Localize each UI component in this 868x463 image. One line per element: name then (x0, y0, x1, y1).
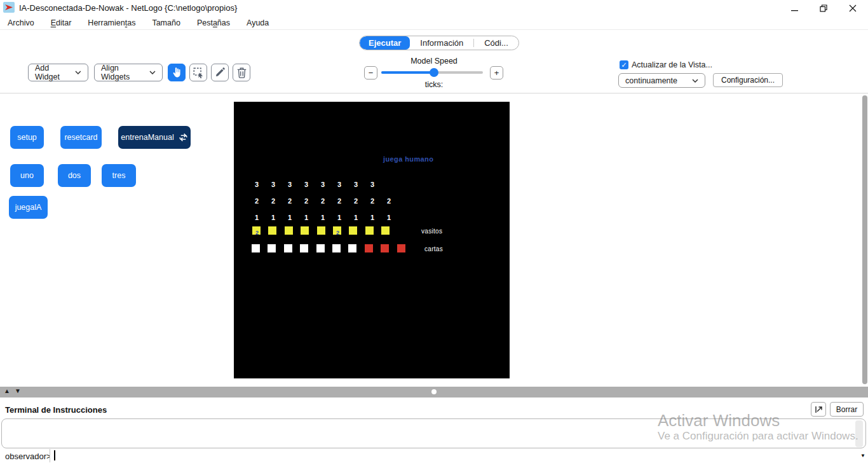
activation-watermark-subtitle: Ve a Configuración para activar Windows. (658, 430, 858, 443)
export-icon (814, 405, 823, 414)
cartas-square (381, 244, 389, 252)
add-widget-dropdown[interactable]: Add Widget (28, 64, 88, 81)
button-resetcard[interactable]: resetcard (60, 126, 102, 149)
square-mark: 2 (252, 230, 262, 236)
vertical-scrollbar-thumb[interactable] (862, 95, 867, 384)
speed-increase-button[interactable]: + (490, 66, 503, 79)
edit-button[interactable] (211, 64, 229, 81)
chevron-down-icon (75, 71, 81, 74)
tab-codi[interactable]: Códi... (474, 36, 519, 50)
cartas-square (397, 244, 405, 252)
slider-fill (381, 71, 434, 74)
check-icon: ✓ (621, 61, 627, 69)
trash-icon (236, 67, 247, 78)
square-mark: 2 (333, 230, 342, 236)
model-speed-slider[interactable] (381, 71, 483, 74)
menu-divider (0, 29, 868, 30)
button-label: setup (17, 133, 37, 142)
vasitos-label: vasitos (421, 228, 442, 235)
cartas-square (284, 244, 292, 252)
collapse-down-icon[interactable]: ▼ (15, 387, 21, 394)
button-entrenamanual[interactable]: entrenaManual (118, 126, 191, 149)
view-number: 1 (302, 214, 311, 221)
netlogo-window: IA-Desconectada-De-Nowak - NetLogo {C:\n… (0, 0, 868, 463)
model-speed-label: Model Speed (383, 57, 485, 66)
button-dos[interactable]: dos (58, 164, 91, 187)
menu-item-archivo[interactable]: Archivo (8, 18, 34, 27)
view-number: 2 (368, 197, 377, 205)
view-updates-checkbox[interactable]: ✓ (620, 60, 628, 69)
view-number: 2 (285, 197, 294, 205)
menu-bar: ArchivoEditarHerramientasTamañoPestañasA… (8, 17, 269, 29)
restore-icon (820, 4, 827, 12)
update-mode-select[interactable]: continuamente (618, 73, 705, 88)
view-number: 2 (252, 197, 261, 205)
button-setup[interactable]: setup (10, 126, 44, 149)
menu-item-ayuda[interactable]: Ayuda (247, 18, 269, 27)
vasitos-square (381, 226, 390, 235)
button-tres[interactable]: tres (102, 164, 136, 187)
view-number: 3 (302, 181, 311, 188)
history-dropdown-button[interactable]: ▼ (858, 449, 868, 462)
delete-button[interactable] (233, 64, 250, 81)
marquee-select-button[interactable] (189, 64, 207, 81)
terminal-title: Terminal de Instrucciones (5, 405, 107, 415)
view-number: 1 (318, 214, 327, 221)
vasitos-square (349, 226, 357, 235)
minimize-button[interactable] (782, 0, 807, 17)
view-number: 2 (269, 197, 278, 205)
export-output-button[interactable] (811, 402, 826, 417)
menu-item-pestanas[interactable]: Pestañas (197, 18, 230, 27)
vasitos-square: 2 (333, 226, 341, 235)
cartas-square (365, 244, 373, 252)
view-number: 1 (368, 214, 377, 221)
align-widgets-dropdown[interactable]: Align Widgets (94, 64, 163, 81)
view-number: 1 (351, 214, 360, 221)
close-button[interactable] (840, 0, 865, 17)
button-label: uno (20, 171, 34, 180)
cartas-square (316, 244, 325, 252)
vasitos-square (285, 226, 293, 235)
tab-ejecutar[interactable]: Ejecutar (360, 36, 410, 50)
vasitos-square: 2 (252, 226, 261, 235)
cartas-square (252, 244, 260, 252)
activation-watermark-title: Activar Windows (658, 411, 780, 431)
chevron-down-icon: ▼ (860, 453, 865, 459)
view-caption: juega humano (383, 155, 433, 163)
slider-thumb[interactable] (430, 68, 438, 77)
chevron-down-icon (692, 79, 698, 83)
view-number: 3 (269, 181, 278, 188)
menu-item-tamano[interactable]: Tamaño (152, 18, 180, 27)
button-label: resetcard (64, 133, 97, 142)
menu-item-herramientas[interactable]: Herramientas (88, 18, 135, 27)
netlogo-logo-icon (3, 2, 15, 13)
vasitos-square (365, 226, 374, 235)
cartas-square (268, 244, 276, 252)
observer-prompt-label: observador> (5, 452, 51, 461)
collapse-up-icon[interactable]: ▲ (4, 387, 10, 394)
ticks-label: ticks: (383, 80, 485, 89)
view-number: 2 (302, 197, 311, 205)
world-view-canvas[interactable]: juega humano3333333322222222211111111122… (234, 102, 510, 378)
text-caret (54, 450, 55, 460)
tab-informacion[interactable]: Información (410, 36, 473, 50)
command-input[interactable] (50, 449, 858, 462)
button-uno[interactable]: uno (10, 164, 44, 187)
speed-decrease-button[interactable]: − (364, 66, 377, 79)
terminal-splitter[interactable]: ▲ ▼ (0, 387, 868, 397)
clear-terminal-button[interactable]: Borrar (830, 402, 864, 417)
view-number: 2 (335, 197, 344, 205)
menu-item-editar[interactable]: Editar (51, 18, 72, 27)
view-settings-button[interactable]: Configuración... (713, 73, 783, 87)
tab-bar: EjecutarInformaciónCódi... (359, 36, 519, 50)
button-label: tres (112, 171, 126, 180)
button-juegala[interactable]: juegalA (9, 196, 48, 219)
restore-button[interactable] (811, 0, 836, 17)
vasitos-square (268, 226, 276, 235)
hand-pointer-icon (172, 67, 182, 78)
view-number: 1 (252, 214, 261, 221)
splitter-handle[interactable] (431, 389, 437, 394)
hand-tool-button[interactable] (168, 64, 186, 81)
toolbar-divider (0, 93, 868, 93)
repeat-icon (179, 133, 188, 142)
